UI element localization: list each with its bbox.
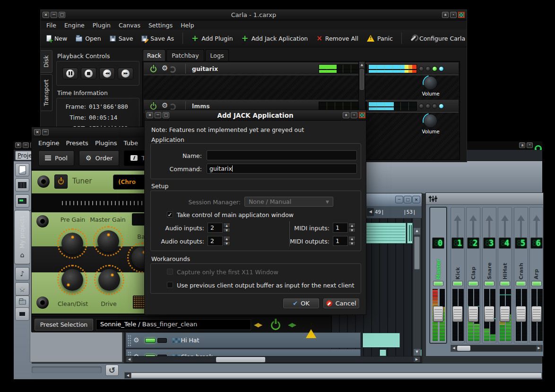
minimize-icon[interactable]: ─	[395, 196, 403, 203]
volume-fader[interactable]	[433, 306, 443, 322]
jack-icon[interactable]	[36, 296, 49, 309]
gear-icon[interactable]: ⚙	[162, 102, 168, 109]
menu-file[interactable]: File	[46, 22, 56, 29]
menu-engine[interactable]: Engine	[38, 139, 60, 147]
sidebar-tab-home[interactable]	[15, 296, 29, 309]
warning-icon[interactable]	[306, 320, 316, 329]
volume-fader[interactable]	[468, 306, 478, 322]
gear-icon[interactable]: ⚙	[133, 337, 139, 344]
spin-up-icon[interactable]: ▲	[223, 236, 230, 241]
tab-pool[interactable]: Pool	[38, 150, 74, 166]
forward-button[interactable]: ▶▶	[118, 68, 133, 79]
mixer-channel-arp[interactable]: 86 Arp	[529, 207, 543, 343]
mixer-scrollbar[interactable]: ◀ ▶	[451, 345, 543, 352]
scroll-left-icon[interactable]: ◀	[125, 373, 131, 378]
scrollbar-thumb[interactable]	[360, 69, 364, 90]
sidebar-tab-samples[interactable]: ♪	[15, 267, 29, 280]
spin-down-icon[interactable]: ▼	[348, 241, 356, 246]
channel-label[interactable]: Snare	[483, 246, 496, 279]
window-menu-icon[interactable]	[458, 12, 465, 18]
save-button[interactable]: Save	[110, 35, 133, 42]
jack-icon[interactable]	[37, 175, 50, 188]
mixer-channel-crash[interactable]: 85 Crash	[514, 207, 528, 343]
mute-led[interactable]	[145, 338, 156, 343]
channel-led[interactable]	[452, 281, 463, 286]
sidebar-tab-computer[interactable]	[15, 307, 29, 321]
add-plugin-button[interactable]: +Add Plugin	[191, 35, 233, 42]
volume-fader[interactable]	[484, 306, 494, 322]
channel-led[interactable]	[484, 281, 494, 286]
panic-button[interactable]: Panic	[367, 35, 393, 42]
jack-connect-icon[interactable]: ◀▶	[288, 321, 295, 328]
channel-led[interactable]	[433, 281, 443, 286]
channel-led[interactable]	[468, 281, 478, 286]
channel-label[interactable]: Kick	[451, 246, 464, 279]
horizontal-scrollbar[interactable]: ◀ ▶	[126, 356, 421, 363]
preset-selection-button[interactable]: Preset Selection	[35, 319, 93, 331]
track-header[interactable]: ⚙ Clap break	[126, 349, 361, 356]
volume-fader[interactable]	[452, 306, 463, 322]
remove-all-button[interactable]: ×Remove All	[316, 35, 358, 42]
open-button[interactable]: Open	[76, 35, 101, 42]
power-icon[interactable]	[150, 65, 156, 74]
configure-carla-button[interactable]: Configure Carla	[410, 35, 465, 42]
drag-grip-icon[interactable]	[128, 351, 131, 357]
tab-logs[interactable]: Logs	[205, 49, 229, 61]
tab-order[interactable]: ⚙Order	[79, 150, 120, 166]
scroll-left-icon[interactable]: ◀	[126, 357, 132, 362]
menu-plugins[interactable]: Plugins	[95, 139, 117, 147]
volume-knob[interactable]	[424, 114, 437, 127]
channel-label[interactable]: Master	[430, 246, 446, 279]
spin-down-icon[interactable]: ▼	[223, 241, 230, 246]
tab-rack[interactable]: Rack	[143, 49, 165, 61]
buffer-checkbox[interactable]	[167, 282, 173, 288]
mixer-channel-master[interactable]: 80 Master	[430, 207, 447, 343]
scroll-up-icon[interactable]: ▲	[359, 62, 364, 68]
scroll-left-icon[interactable]: ◀	[367, 208, 374, 216]
sidebar-tab-my-projects[interactable]: My projects ⌂	[14, 210, 30, 264]
mixer-titlebar[interactable]	[426, 193, 543, 205]
drag-grip-icon[interactable]	[128, 335, 131, 346]
channel-label[interactable]: Clap	[467, 246, 480, 279]
add-jack-application-button[interactable]: +Add Jack Aplication	[242, 35, 308, 42]
mixer-channel-clap[interactable]: 82 Clap	[466, 207, 480, 343]
scroll-left-icon[interactable]: ◀	[451, 345, 457, 351]
rewind-button[interactable]: ◀◀	[99, 68, 115, 79]
cancel-button[interactable]: Cancel	[323, 298, 360, 309]
power-icon[interactable]	[271, 321, 280, 330]
channel-label[interactable]: HiHat	[498, 246, 512, 279]
midi-outputs-spinbox[interactable]: 1▲▼	[333, 236, 356, 246]
minimize-icon[interactable]: ─	[42, 129, 49, 135]
scrollbar-thumb[interactable]	[216, 357, 265, 362]
spin-up-icon[interactable]: ▲	[348, 223, 356, 228]
scrollbar-thumb[interactable]	[131, 373, 542, 378]
minimize-icon[interactable]: ─	[23, 142, 29, 148]
stick-icon[interactable]: ·	[351, 112, 357, 118]
workspace-scrollbar[interactable]: ◀	[124, 372, 542, 379]
shade-icon[interactable]: «	[519, 142, 525, 148]
stop-button[interactable]	[81, 68, 96, 79]
solo-led[interactable]	[157, 338, 167, 343]
scroll-down-icon[interactable]: ▼	[414, 349, 420, 356]
menu-plugin[interactable]: Plugin	[93, 22, 111, 29]
shade-icon[interactable]: «	[343, 112, 349, 118]
preset-display[interactable]: Sonnie_Tele / Bass_finger_clean	[96, 319, 251, 330]
scrollbar-thumb[interactable]	[414, 236, 420, 270]
carla-titlebar[interactable]: × ─ □ Carla - 1.carxp « ·	[41, 10, 467, 20]
channel-label[interactable]: Arp	[530, 246, 543, 279]
maximize-icon[interactable]: □	[404, 196, 412, 203]
name-input[interactable]	[207, 150, 357, 160]
close-icon[interactable]: ×	[34, 129, 41, 135]
undo-icon[interactable]: ↺	[105, 365, 119, 376]
master-gain-knob[interactable]	[97, 230, 119, 252]
pattern-block-small[interactable]	[407, 223, 413, 244]
jack-icon[interactable]	[36, 215, 49, 227]
power-button[interactable]	[54, 174, 68, 189]
take-control-checkbox[interactable]: ✓	[167, 211, 173, 218]
stick-icon[interactable]: ·	[450, 12, 457, 18]
channel-led[interactable]	[531, 281, 542, 286]
vertical-scrollbar[interactable]: ▲ ▼	[413, 218, 421, 356]
menu-tube[interactable]: Tube	[123, 139, 138, 147]
spin-up-icon[interactable]: ▲	[223, 223, 230, 228]
pause-button[interactable]	[62, 68, 78, 79]
